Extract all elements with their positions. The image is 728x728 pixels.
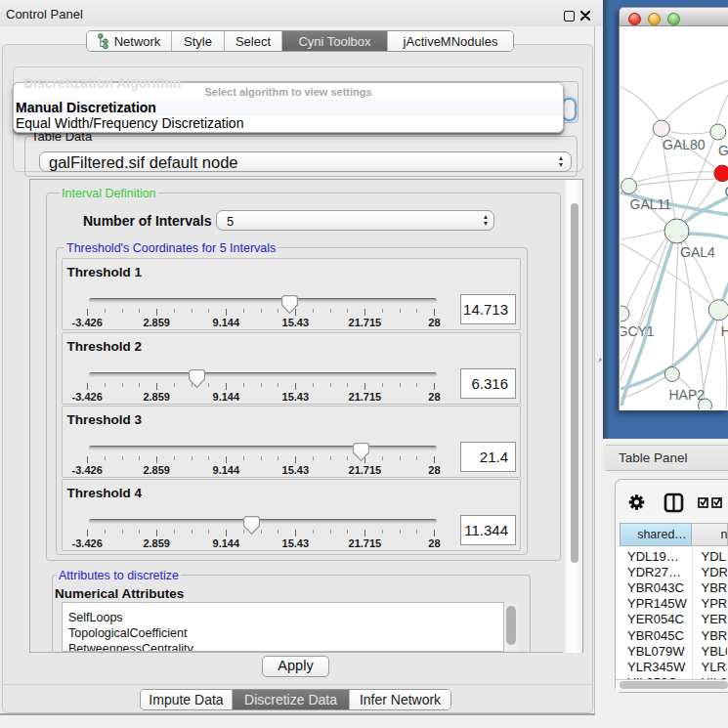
svg-text:H: H [720,323,728,339]
svg-text:GCY1: GCY1 [621,323,655,339]
svg-text:C: C [724,184,728,199]
svg-text:GAL4: GAL4 [680,244,715,260]
svg-text:GAL11: GAL11 [629,196,671,212]
svg-text:GA: GA [718,143,728,158]
svg-text:GAL80: GAL80 [663,137,706,152]
svg-text:HAP2: HAP2 [668,387,705,403]
